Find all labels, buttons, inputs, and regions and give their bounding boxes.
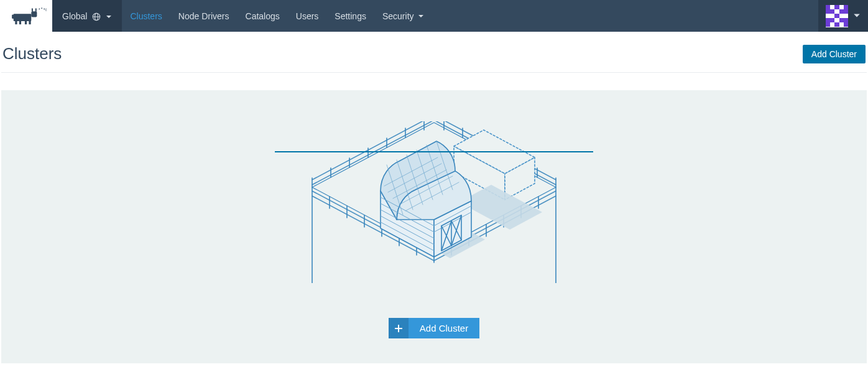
svg-rect-87 — [395, 328, 402, 329]
page-title: Clusters — [2, 44, 62, 63]
svg-point-9 — [39, 9, 40, 10]
nav-users[interactable]: Users — [288, 0, 327, 32]
nav-item-label: Node Drivers — [178, 11, 229, 21]
svg-rect-4 — [24, 21, 26, 25]
globe-icon — [92, 11, 101, 21]
global-scope-selector[interactable]: Global — [52, 0, 122, 32]
empty-state-illustration — [275, 121, 593, 283]
avatar — [826, 5, 848, 27]
svg-rect-1 — [12, 15, 15, 19]
svg-text:®: ® — [45, 8, 47, 12]
user-menu[interactable] — [818, 0, 868, 32]
add-cluster-center-label: Add Cluster — [409, 318, 479, 338]
svg-rect-0 — [13, 14, 31, 21]
svg-point-11 — [44, 9, 45, 10]
add-cluster-button[interactable]: Add Cluster — [803, 45, 866, 63]
rancher-logo-icon: ® — [6, 5, 47, 27]
nav-item-label: Catalogs — [246, 11, 280, 21]
nav-item-label: Users — [296, 11, 319, 21]
logo[interactable]: ® — [0, 0, 52, 32]
svg-rect-5 — [29, 21, 30, 25]
nav-item-label: Security — [382, 11, 414, 21]
svg-rect-2 — [15, 21, 17, 25]
chevron-down-icon — [418, 11, 424, 21]
svg-rect-7 — [31, 8, 32, 12]
global-label: Global — [62, 11, 87, 21]
svg-rect-3 — [19, 21, 21, 25]
top-navigation: ® Global Clusters Node Drivers Catalogs … — [0, 0, 868, 32]
page-header: Clusters Add Cluster — [1, 32, 867, 73]
nav-item-label: Settings — [335, 11, 366, 21]
plus-icon — [389, 318, 409, 338]
empty-state: Add Cluster — [1, 90, 867, 363]
svg-rect-8 — [35, 8, 36, 12]
nav-clusters[interactable]: Clusters — [122, 0, 170, 32]
add-cluster-center-button[interactable]: Add Cluster — [389, 318, 479, 338]
nav-security[interactable]: Security — [374, 0, 432, 32]
nav-node-drivers[interactable]: Node Drivers — [170, 0, 238, 32]
nav-catalogs[interactable]: Catalogs — [238, 0, 288, 32]
nav-item-label: Clusters — [130, 11, 162, 21]
svg-point-10 — [41, 7, 42, 9]
chevron-down-icon — [106, 11, 112, 21]
nav-settings[interactable]: Settings — [326, 0, 374, 32]
chevron-down-icon — [853, 11, 861, 22]
svg-rect-6 — [31, 11, 37, 17]
nav-items: Clusters Node Drivers Catalogs Users Set… — [122, 0, 432, 32]
horizon-line — [275, 151, 593, 152]
